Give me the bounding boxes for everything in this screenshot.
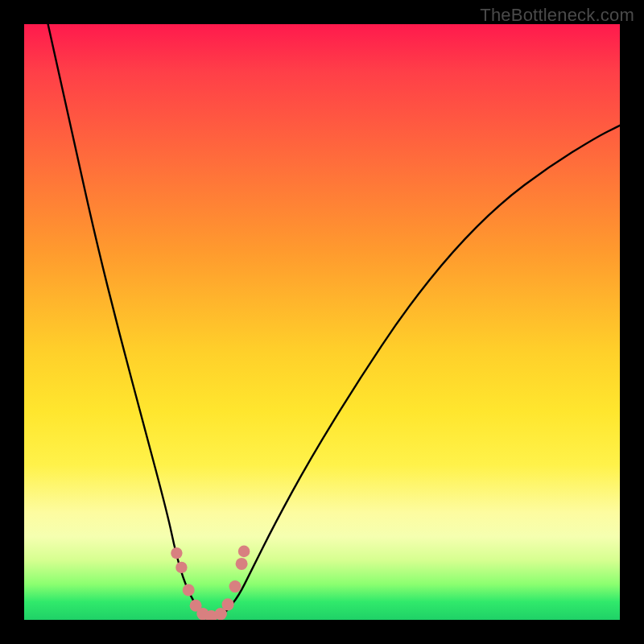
chart-svg [24,24,620,620]
curve-marker [175,562,187,573]
curve-markers [171,546,250,620]
curve-marker [171,547,182,559]
bottleneck-curve [48,24,620,617]
curve-marker [238,546,250,558]
plot-area [24,24,620,620]
curve-marker [183,584,195,597]
curve-marker [229,580,242,592]
chart-frame: TheBottleneck.com [0,0,644,644]
curve-marker [222,598,234,610]
curve-marker [236,558,248,570]
watermark-text: TheBottleneck.com [480,5,634,26]
